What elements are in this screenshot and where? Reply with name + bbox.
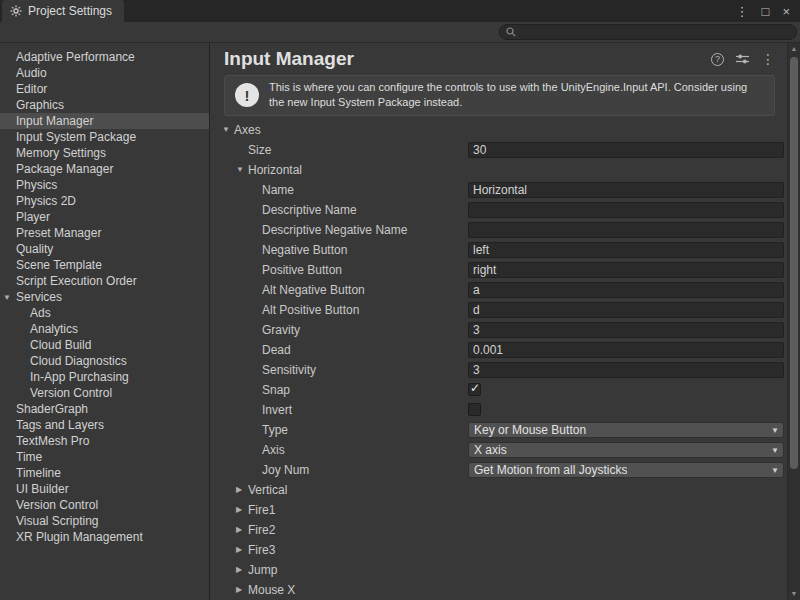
sidebar-item-textmesh-pro[interactable]: TextMesh Pro xyxy=(0,433,209,449)
foldout-arrow-icon[interactable]: ▶ xyxy=(236,525,248,534)
text-field[interactable] xyxy=(468,142,784,158)
property-label[interactable]: ▶Vertical xyxy=(210,483,468,497)
sidebar-item-analytics[interactable]: Analytics xyxy=(0,321,209,337)
text-field[interactable] xyxy=(468,242,784,258)
property-row: Gravity xyxy=(210,320,787,340)
sidebar-item-preset-manager[interactable]: Preset Manager xyxy=(0,225,209,241)
property-label[interactable]: ▶Fire2 xyxy=(210,523,468,537)
sidebar-item-input-system-package[interactable]: Input System Package xyxy=(0,129,209,145)
foldout-arrow-icon[interactable]: ▼ xyxy=(3,293,11,302)
sidebar-item-ui-builder[interactable]: UI Builder xyxy=(0,481,209,497)
sidebar-item-visual-scripting[interactable]: Visual Scripting xyxy=(0,513,209,529)
foldout-arrow-icon[interactable]: ▶ xyxy=(236,565,248,574)
property-label: Sensitivity xyxy=(210,363,468,377)
foldout-arrow-icon[interactable]: ▶ xyxy=(236,485,248,494)
foldout-arrow-icon[interactable]: ▼ xyxy=(236,165,248,174)
property-label: Dead xyxy=(210,343,468,357)
property-label[interactable]: ▶Jump xyxy=(210,563,468,577)
scroll-up-icon[interactable]: ▲ xyxy=(788,43,800,55)
sidebar-item-time[interactable]: Time xyxy=(0,449,209,465)
label-text: Snap xyxy=(262,383,290,397)
property-label[interactable]: ▼Horizontal xyxy=(210,163,468,177)
sidebar-item-input-manager[interactable]: Input Manager xyxy=(0,113,209,129)
toolbar xyxy=(0,22,800,43)
sidebar-item-label: Input System Package xyxy=(16,130,136,144)
sidebar-item-physics-2d[interactable]: Physics 2D xyxy=(0,193,209,209)
sidebar-item-in-app-purchasing[interactable]: In-App Purchasing xyxy=(0,369,209,385)
scrollbar-thumb[interactable] xyxy=(790,57,798,469)
window-menu-icon[interactable]: ⋮ xyxy=(736,5,749,18)
help-icon[interactable]: ? xyxy=(711,53,724,66)
sidebar-item-package-manager[interactable]: Package Manager xyxy=(0,161,209,177)
sidebar-item-script-execution-order[interactable]: Script Execution Order xyxy=(0,273,209,289)
sidebar-item-quality[interactable]: Quality xyxy=(0,241,209,257)
property-label: Type xyxy=(210,423,468,437)
property-row: ▶Jump xyxy=(210,560,787,580)
search-input[interactable] xyxy=(520,26,790,38)
dropdown[interactable]: Key or Mouse Button▼ xyxy=(468,422,784,438)
sidebar-item-tags-and-layers[interactable]: Tags and Layers xyxy=(0,417,209,433)
text-field[interactable] xyxy=(468,262,784,278)
sidebar-item-version-control[interactable]: Version Control xyxy=(0,497,209,513)
sidebar-item-ads[interactable]: Ads xyxy=(0,305,209,321)
sidebar-item-services[interactable]: ▼Services xyxy=(0,289,209,305)
property-label[interactable]: ▶Fire3 xyxy=(210,543,468,557)
sidebar-item-physics[interactable]: Physics xyxy=(0,177,209,193)
foldout-arrow-icon[interactable]: ▶ xyxy=(236,505,248,514)
text-field[interactable] xyxy=(468,202,784,218)
sidebar-item-xr-plugin-management[interactable]: XR Plugin Management xyxy=(0,529,209,545)
dropdown[interactable]: X axis▼ xyxy=(468,442,784,458)
property-label[interactable]: ▶Mouse X xyxy=(210,583,468,597)
property-label: Axis xyxy=(210,443,468,457)
property-label: Alt Negative Button xyxy=(210,283,468,297)
sidebar-item-label: Timeline xyxy=(16,466,61,480)
text-field[interactable] xyxy=(468,222,784,238)
sidebar-item-player[interactable]: Player xyxy=(0,209,209,225)
property-label[interactable]: ▶Fire1 xyxy=(210,503,468,517)
vertical-scrollbar[interactable]: ▲ ▼ xyxy=(787,43,800,600)
sidebar-item-graphics[interactable]: Graphics xyxy=(0,97,209,113)
checkbox[interactable] xyxy=(468,403,481,416)
property-row: TypeKey or Mouse Button▼ xyxy=(210,420,787,440)
sidebar-item-scene-template[interactable]: Scene Template xyxy=(0,257,209,273)
property-row: ▶Fire2 xyxy=(210,520,787,540)
presets-icon[interactable] xyxy=(736,53,749,65)
text-field[interactable] xyxy=(468,342,784,358)
property-label: Snap xyxy=(210,383,468,397)
sidebar-item-cloud-diagnostics[interactable]: Cloud Diagnostics xyxy=(0,353,209,369)
text-field[interactable] xyxy=(468,282,784,298)
checkbox[interactable]: ✓ xyxy=(468,383,481,396)
sidebar-item-version-control[interactable]: Version Control xyxy=(0,385,209,401)
search-box[interactable] xyxy=(499,24,797,40)
titlebar: Project Settings ⋮ □ × xyxy=(0,0,800,22)
sidebar-item-adaptive-performance[interactable]: Adaptive Performance xyxy=(0,49,209,65)
sidebar-item-audio[interactable]: Audio xyxy=(0,65,209,81)
dropdown-value: X axis xyxy=(474,443,507,457)
close-icon[interactable]: × xyxy=(782,5,790,18)
text-field[interactable] xyxy=(468,302,784,318)
sidebar-item-label: Memory Settings xyxy=(16,146,106,160)
property-label: Descriptive Negative Name xyxy=(210,223,468,237)
tab-project-settings[interactable]: Project Settings xyxy=(2,0,124,22)
sidebar-item-editor[interactable]: Editor xyxy=(0,81,209,97)
text-field[interactable] xyxy=(468,322,784,338)
sidebar-item-cloud-build[interactable]: Cloud Build xyxy=(0,337,209,353)
sidebar-item-memory-settings[interactable]: Memory Settings xyxy=(0,145,209,161)
foldout-arrow-icon[interactable]: ▶ xyxy=(236,545,248,554)
main-header: Input Manager ? ⋮ xyxy=(210,43,787,75)
property-label: Gravity xyxy=(210,323,468,337)
text-field[interactable] xyxy=(468,362,784,378)
more-menu-icon[interactable]: ⋮ xyxy=(761,52,775,66)
foldout-arrow-icon[interactable]: ▶ xyxy=(236,585,248,594)
dropdown[interactable]: Get Motion from all Joysticks▼ xyxy=(468,462,784,478)
foldout-arrow-icon[interactable]: ▼ xyxy=(222,125,234,134)
property-label[interactable]: ▼Axes xyxy=(210,123,468,137)
label-text: Joy Num xyxy=(262,463,309,477)
property-row: Descriptive Negative Name xyxy=(210,220,787,240)
chevron-down-icon: ▼ xyxy=(771,446,779,455)
text-field[interactable] xyxy=(468,182,784,198)
sidebar-item-timeline[interactable]: Timeline xyxy=(0,465,209,481)
maximize-icon[interactable]: □ xyxy=(762,5,770,18)
scroll-down-icon[interactable]: ▼ xyxy=(788,588,800,600)
sidebar-item-shadergraph[interactable]: ShaderGraph xyxy=(0,401,209,417)
